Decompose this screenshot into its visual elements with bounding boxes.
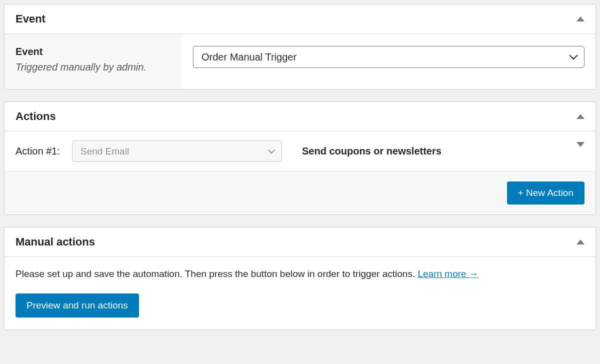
event-label: Event: [16, 46, 171, 58]
event-row: Event Triggered manually by admin. Order…: [4, 34, 596, 89]
collapse-icon: [576, 114, 584, 119]
event-select-column: Order Manual Trigger: [182, 34, 596, 89]
action-title: Send coupons or newsletters: [302, 146, 442, 157]
event-select-wrap: Order Manual Trigger: [193, 46, 584, 68]
collapse-icon: [576, 240, 584, 244]
action-row: Action #1: Send Email Send coupons or ne…: [4, 132, 596, 172]
action-select[interactable]: Send Email: [72, 140, 282, 162]
manual-panel-header[interactable]: Manual actions: [4, 228, 596, 257]
action-expand-toggle[interactable]: [576, 147, 584, 156]
event-panel: Event Event Triggered manually by admin.…: [4, 4, 596, 90]
action-number-label: Action #1:: [16, 146, 60, 157]
actions-panel-footer: + New Action: [4, 172, 596, 214]
new-action-button[interactable]: + New Action: [507, 182, 584, 204]
manual-actions-panel: Manual actions Please set up and save th…: [4, 227, 596, 330]
manual-description: Please set up and save the automation. T…: [16, 267, 584, 282]
chevron-down-icon: [576, 142, 584, 156]
preview-run-button[interactable]: Preview and run actions: [16, 294, 139, 318]
learn-more-link[interactable]: Learn more →: [418, 268, 478, 279]
manual-panel-title: Manual actions: [16, 236, 95, 248]
event-description: Triggered manually by admin.: [16, 62, 146, 72]
action-select-wrap: Send Email: [72, 140, 282, 162]
event-panel-header[interactable]: Event: [4, 4, 596, 34]
event-label-column: Event Triggered manually by admin.: [4, 34, 182, 89]
actions-panel: Actions Action #1: Send Email Send coupo…: [4, 102, 596, 215]
event-select[interactable]: Order Manual Trigger: [193, 46, 584, 68]
actions-panel-title: Actions: [16, 110, 56, 123]
manual-description-text: Please set up and save the automation. T…: [16, 268, 418, 279]
manual-panel-body: Please set up and save the automation. T…: [4, 257, 596, 330]
actions-panel-header[interactable]: Actions: [4, 102, 596, 132]
collapse-icon: [576, 16, 584, 22]
event-panel-title: Event: [16, 12, 46, 26]
